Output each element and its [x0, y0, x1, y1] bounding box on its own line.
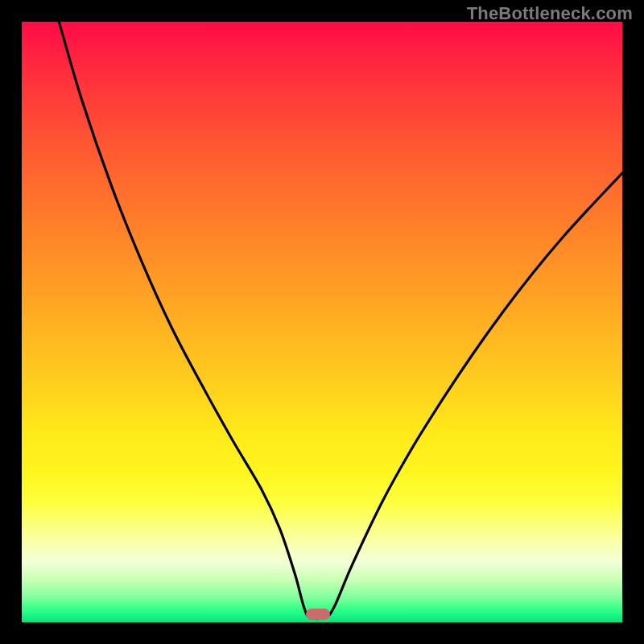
watermark-text: TheBottleneck.com: [467, 3, 633, 24]
plot-area: [22, 22, 622, 622]
bottleneck-curve: [22, 22, 622, 622]
chart-frame: TheBottleneck.com: [0, 0, 644, 644]
optimal-point-marker: [306, 609, 330, 620]
